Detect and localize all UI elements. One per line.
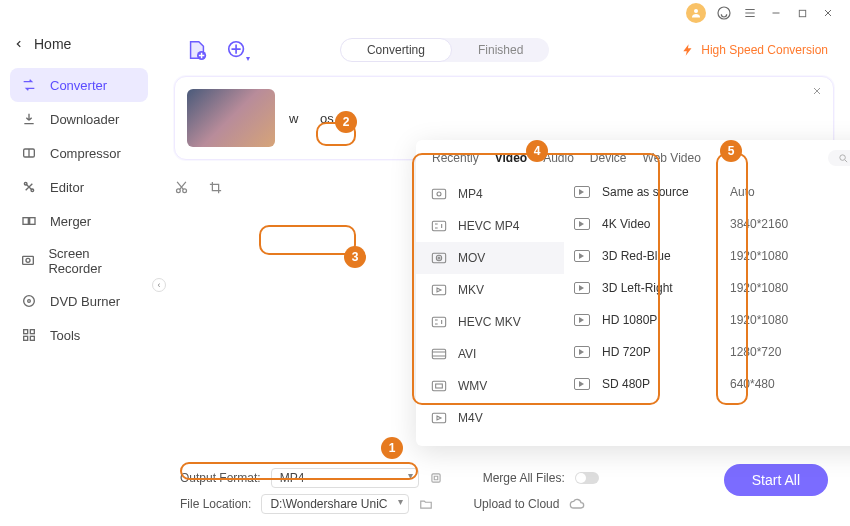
svg-point-4 bbox=[24, 182, 27, 185]
sidebar-item-label: Merger bbox=[50, 214, 91, 229]
sidebar-item-converter[interactable]: Converter bbox=[10, 68, 148, 102]
svg-rect-29 bbox=[432, 349, 445, 358]
svg-rect-28 bbox=[432, 317, 445, 326]
sidebar-item-screen-recorder[interactable]: Screen Recorder bbox=[10, 238, 148, 284]
tab-recently[interactable]: Recently bbox=[432, 151, 479, 165]
format-avi[interactable]: AVI bbox=[416, 338, 564, 370]
svg-rect-27 bbox=[432, 285, 445, 294]
mp4-icon bbox=[430, 187, 448, 201]
svg-rect-32 bbox=[432, 413, 445, 422]
preset-row[interactable]: 4K Video3840*2160 bbox=[564, 208, 850, 240]
svg-point-10 bbox=[24, 296, 35, 307]
svg-rect-12 bbox=[24, 330, 28, 334]
tab-web-video[interactable]: Web Video bbox=[643, 151, 701, 165]
crop-icon[interactable] bbox=[208, 180, 224, 196]
svg-rect-7 bbox=[30, 218, 35, 225]
sidebar-item-tools[interactable]: Tools bbox=[10, 318, 148, 352]
preset-row[interactable]: HD 1080P1920*1080 bbox=[564, 304, 850, 336]
svg-point-22 bbox=[437, 192, 441, 196]
preset-row[interactable]: 3D Left-Right1920*1080 bbox=[564, 272, 850, 304]
add-folder-button[interactable]: ▾ bbox=[226, 39, 248, 61]
format-hevc-mp4[interactable]: HEVC MP4 bbox=[416, 210, 564, 242]
preset-icon bbox=[574, 218, 590, 230]
svg-point-20 bbox=[840, 154, 846, 160]
preset-row[interactable]: 3D Red-Blue1920*1080 bbox=[564, 240, 850, 272]
video-thumbnail[interactable] bbox=[187, 89, 275, 147]
svg-rect-40 bbox=[432, 474, 440, 482]
hevc-icon bbox=[430, 219, 448, 233]
output-format-select[interactable]: MP4 bbox=[271, 468, 419, 488]
start-all-button[interactable]: Start All bbox=[724, 464, 828, 496]
tab-converting[interactable]: Converting bbox=[340, 38, 452, 62]
sidebar-item-dvd-burner[interactable]: DVD Burner bbox=[10, 284, 148, 318]
svg-point-26 bbox=[438, 257, 440, 259]
svg-rect-6 bbox=[23, 218, 28, 225]
status-tabs: Converting Finished bbox=[340, 38, 549, 62]
sidebar-item-label: Editor bbox=[50, 180, 84, 195]
annotation-1: 1 bbox=[381, 437, 403, 459]
preset-row[interactable]: HD 720P1280*720 bbox=[564, 336, 850, 368]
remove-file-button[interactable] bbox=[811, 85, 823, 97]
dropdown-tabs: Recently Video Audio Device Web Video Se… bbox=[416, 140, 850, 172]
close-icon[interactable] bbox=[820, 5, 836, 21]
sidebar-item-label: Downloader bbox=[50, 112, 119, 127]
cloud-icon[interactable] bbox=[569, 497, 585, 511]
sidebar-item-label: Screen Recorder bbox=[48, 246, 138, 276]
preset-row[interactable]: SD 480P640*480 bbox=[564, 368, 850, 400]
hevc-mkv-icon bbox=[430, 315, 448, 329]
svg-point-0 bbox=[694, 9, 698, 13]
format-m4v[interactable]: M4V bbox=[416, 402, 564, 434]
sidebar-item-downloader[interactable]: Downloader bbox=[10, 102, 148, 136]
svg-rect-13 bbox=[30, 330, 34, 334]
preset-row[interactable]: Same as sourceAuto bbox=[564, 176, 850, 208]
maximize-icon[interactable] bbox=[794, 5, 810, 21]
mkv-icon bbox=[430, 283, 448, 297]
support-icon[interactable] bbox=[716, 5, 732, 21]
format-mov[interactable]: MOV bbox=[416, 242, 564, 274]
file-name: w os bbox=[289, 111, 334, 126]
upload-label: Upload to Cloud bbox=[473, 497, 559, 511]
svg-point-11 bbox=[28, 300, 31, 303]
tab-device[interactable]: Device bbox=[590, 151, 627, 165]
format-mkv[interactable]: MKV bbox=[416, 274, 564, 306]
minimize-icon[interactable] bbox=[768, 5, 784, 21]
back-home[interactable]: Home bbox=[10, 30, 148, 58]
wmv-icon bbox=[430, 379, 448, 393]
annotation-4: 4 bbox=[526, 140, 548, 162]
preset-list: Same as sourceAuto 4K Video3840*2160 3D … bbox=[564, 172, 850, 440]
svg-rect-21 bbox=[432, 189, 445, 198]
sidebar-item-editor[interactable]: Editor bbox=[10, 170, 148, 204]
search-input[interactable]: Search bbox=[828, 150, 850, 166]
converter-icon bbox=[20, 76, 38, 94]
compressor-icon bbox=[20, 144, 38, 162]
file-location-select[interactable]: D:\Wondershare UniConverter 1 bbox=[261, 494, 409, 514]
download-icon bbox=[20, 110, 38, 128]
tab-finished[interactable]: Finished bbox=[452, 38, 549, 62]
editor-icon bbox=[20, 178, 38, 196]
format-hevc-mkv[interactable]: HEVC MKV bbox=[416, 306, 564, 338]
tab-video[interactable]: Video bbox=[495, 151, 527, 165]
high-speed-badge[interactable]: High Speed Conversion bbox=[681, 43, 828, 57]
merge-toggle[interactable] bbox=[575, 472, 599, 484]
add-file-button[interactable] bbox=[186, 39, 208, 61]
preset-icon bbox=[574, 346, 590, 358]
open-folder-icon[interactable] bbox=[419, 497, 433, 511]
format-mp4[interactable]: MP4 bbox=[416, 178, 564, 210]
avatar[interactable] bbox=[686, 3, 706, 23]
svg-point-5 bbox=[31, 189, 34, 192]
mov-icon bbox=[430, 251, 448, 265]
m4v-icon bbox=[430, 411, 448, 425]
edit-toolstrip bbox=[174, 180, 224, 196]
output-format-label: Output Format: bbox=[180, 471, 261, 485]
sidebar-item-compressor[interactable]: Compressor bbox=[10, 136, 148, 170]
sidebar-item-merger[interactable]: Merger bbox=[10, 204, 148, 238]
svg-point-25 bbox=[436, 255, 441, 260]
annotation-3: 3 bbox=[344, 246, 366, 268]
gpu-icon[interactable] bbox=[429, 471, 443, 485]
trim-icon[interactable] bbox=[174, 180, 190, 196]
menu-icon[interactable] bbox=[742, 5, 758, 21]
format-wmv[interactable]: WMV bbox=[416, 370, 564, 402]
sidebar-item-label: Converter bbox=[50, 78, 107, 93]
format-dropdown: Recently Video Audio Device Web Video Se… bbox=[416, 140, 850, 446]
svg-rect-30 bbox=[432, 381, 445, 390]
